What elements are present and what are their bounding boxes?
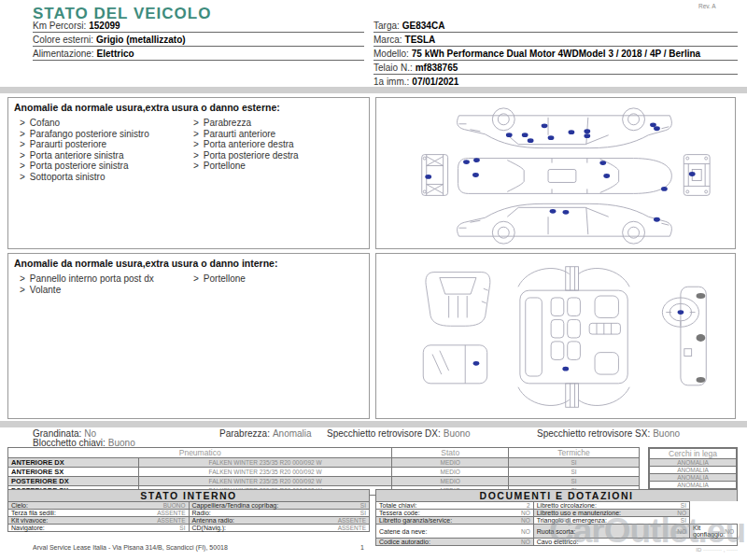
kv-label: CD(Navig.): <box>192 525 227 531</box>
kv-value: NO <box>521 517 530 524</box>
anomaly-item: >Portellone <box>193 273 246 285</box>
anomaly-label: Cofano <box>30 118 60 128</box>
interior-car-diagram <box>376 256 735 418</box>
kv-label: Navigatore: <box>11 525 45 531</box>
tyres-header-stato: Stato <box>392 448 509 458</box>
kv-value: SI <box>179 525 185 531</box>
cerchi-header: Cerchi in lega <box>649 448 737 459</box>
cerchi-value: ANOMALIA <box>649 459 737 467</box>
documenti-table: Totale chiavi:2 Libretto circolazione:SI… <box>375 501 738 546</box>
tyre-position: ANTERIORE SX <box>8 468 139 477</box>
field-value: Grigio (metallizzato) <box>96 35 186 45</box>
tyre-spec: FALKEN WINTER 235/35 R20 000/092 W <box>138 468 392 477</box>
field-km-percorsi: Km Percorsi:152099 <box>33 19 364 33</box>
kv-value: ASSENTE <box>338 517 366 524</box>
tyre-spec: FALKEN WINTER 235/35 R20 000/092 W <box>138 458 392 468</box>
tyres-header-termiche: Termiche <box>509 448 640 458</box>
field-label: Km Percorsi: <box>33 21 86 31</box>
external-anomalies-title: Anomalie da normale usura,extra usura o … <box>8 98 369 113</box>
bullet-icon: > <box>20 139 25 149</box>
anomaly-label: Pannello interno porta post dx <box>30 273 154 284</box>
bullet-icon: > <box>20 161 25 171</box>
anomaly-item: >Parabrezza <box>193 118 299 129</box>
bullet-icon: > <box>193 273 199 284</box>
anomaly-label: Volante <box>30 285 61 295</box>
bullet-icon: > <box>20 172 25 182</box>
documenti-section: DOCUMENTI E DOTAZIONI Totale chiavi:2 Li… <box>375 489 738 546</box>
cerchi-value: ANOMALIA <box>649 482 737 490</box>
vehicle-report-page: STATO DEL VEICOLO Rev. A Km Percorsi:152… <box>0 0 747 560</box>
footer-id-note: ID ·········· , ······ <box>598 547 738 553</box>
damage-dot <box>425 175 431 179</box>
anomaly-item: >Porta anteriore sinistra <box>20 150 149 161</box>
kv-label: Radio: <box>192 510 211 516</box>
anomaly-label: Porta posteriore sinistra <box>30 161 129 171</box>
damage-dot <box>550 209 557 214</box>
field-telaio: Telaio N.:mf838765 <box>374 61 738 75</box>
anomaly-label: Parabrezza <box>204 118 251 128</box>
anomaly-label: Sottoporta sinistro <box>30 172 106 182</box>
field-label: Telaio N.: <box>374 63 413 73</box>
header-fields-left: Km Percorsi:152099 Colore esterni:Grigio… <box>33 19 364 61</box>
summary-label: Specchietto retrovisore SX: <box>537 428 650 439</box>
anomaly-label: Paraurti posteriore <box>30 139 106 149</box>
kv-value: ASSENTE <box>157 510 185 516</box>
kv-value: 2 <box>527 502 530 509</box>
field-value: GE834CA <box>402 21 445 31</box>
field-modello: Modello:75 kWh Performance Dual Motor 4W… <box>374 47 738 61</box>
alloy-wheels-table: Cerchi in lega ANOMALIA ANOMALIA ANOMALI… <box>648 447 738 490</box>
damage-dot <box>678 310 684 315</box>
bullet-icon: > <box>20 129 25 139</box>
header-fields-right: Targa:GE834CA Marca:TESLA Modello:75 kWh… <box>374 19 738 89</box>
damage-dot <box>650 122 656 127</box>
damage-dot <box>654 217 660 222</box>
kv-label: Kit gonfiaggio: <box>693 525 725 538</box>
anomaly-label: Parafango posteriore sinistro <box>30 129 149 139</box>
damage-dot <box>473 361 480 366</box>
damage-dot <box>569 130 575 134</box>
external-anomalies-col1: >Cofano >Parafango posteriore sinistro >… <box>20 118 149 182</box>
divider-bar <box>0 421 747 427</box>
revision-label: Rev. A <box>698 3 716 9</box>
anomaly-item: >Porta anteriore destra <box>193 139 299 150</box>
field-targa: Targa:GE834CA <box>374 19 738 33</box>
kv-label: Antenna radio: <box>192 517 235 524</box>
anomaly-item: >Volante <box>20 285 154 296</box>
anomaly-item: >Pannello interno porta post dx <box>20 273 154 285</box>
kv-value: SI <box>360 502 366 509</box>
bullet-icon: > <box>193 150 199 161</box>
tyre-position: ANTERIORE DX <box>8 458 139 468</box>
bullet-icon: > <box>193 129 199 139</box>
anomaly-label: Paraurti anteriore <box>204 129 275 139</box>
kv-label: Triangolo di emergenza: <box>537 517 607 524</box>
anomaly-label: Portellone <box>204 273 246 284</box>
exterior-car-diagram <box>376 100 735 248</box>
anomaly-item: >Portellone <box>193 161 299 172</box>
kv-label: Cavo elettrico: <box>537 539 579 545</box>
field-label: Targa: <box>374 21 400 31</box>
kv-value: NO <box>677 510 686 516</box>
summary-parabrezza: Parabrezza:Anomalia <box>219 428 312 439</box>
cerchi-value: ANOMALIA <box>649 474 737 482</box>
kv-row: Totale chiavi:2 Libretto circolazione:SI <box>376 502 738 510</box>
kv-value: NO <box>521 539 530 545</box>
summary-specchietto-sx: Specchietto retrovisore SX:Buono <box>537 428 680 439</box>
anomaly-label: Porta anteriore sinistra <box>30 150 124 161</box>
summary-value: Buono <box>444 428 471 439</box>
tyre-termiche: SI <box>509 477 640 486</box>
kv-row: Codice autoradio:NO Cavo elettrico: <box>376 539 738 546</box>
damage-dot <box>548 135 555 140</box>
bullet-icon: > <box>193 161 199 171</box>
anomaly-item: >Paraurti anteriore <box>193 129 299 140</box>
stato-interno-title: STATO INTERNO <box>7 489 370 501</box>
damage-dot <box>528 138 534 143</box>
tyre-position: POSTERIORE DX <box>8 477 139 486</box>
kv-label: Libretto uso e manutenzione: <box>537 510 621 516</box>
footer-page-number: 1 <box>360 544 364 551</box>
field-value: 07/01/2021 <box>412 77 458 87</box>
kv-value: BUONO <box>163 502 186 509</box>
internal-damage-diagram-panel <box>375 253 736 419</box>
summary-value: Buono <box>653 428 680 439</box>
damage-dot <box>599 161 606 165</box>
anomaly-label: Porta posteriore destra <box>204 150 299 161</box>
